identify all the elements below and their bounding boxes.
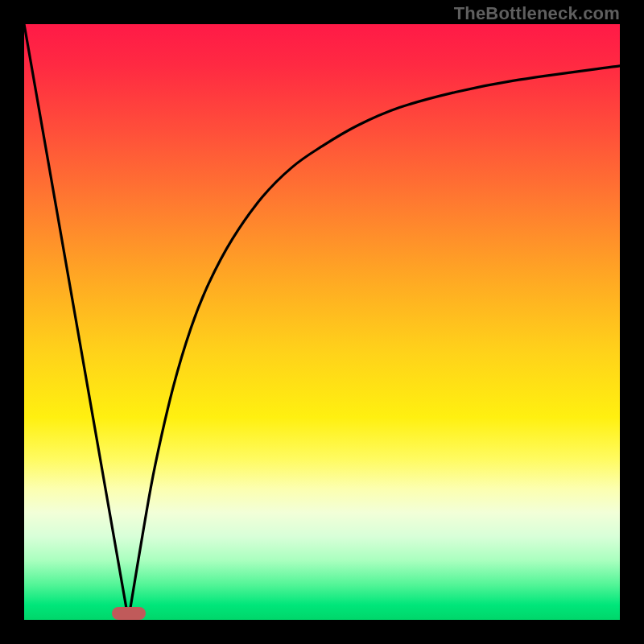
watermark-text: TheBottleneck.com (454, 3, 620, 24)
curve-left-slope (24, 24, 129, 620)
bottleneck-marker (112, 607, 146, 620)
curve-layer (24, 24, 620, 620)
plot-area (24, 24, 620, 620)
chart-frame: TheBottleneck.com (0, 0, 644, 644)
curve-right (129, 66, 621, 620)
